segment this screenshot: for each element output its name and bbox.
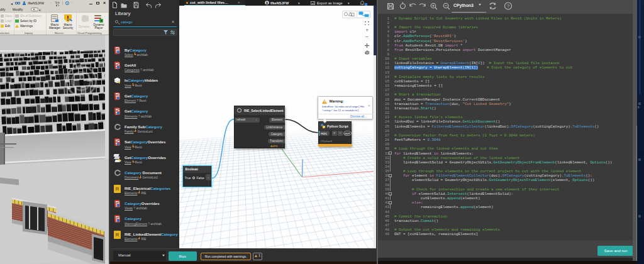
svg-text:?: ?: [507, 3, 510, 9]
